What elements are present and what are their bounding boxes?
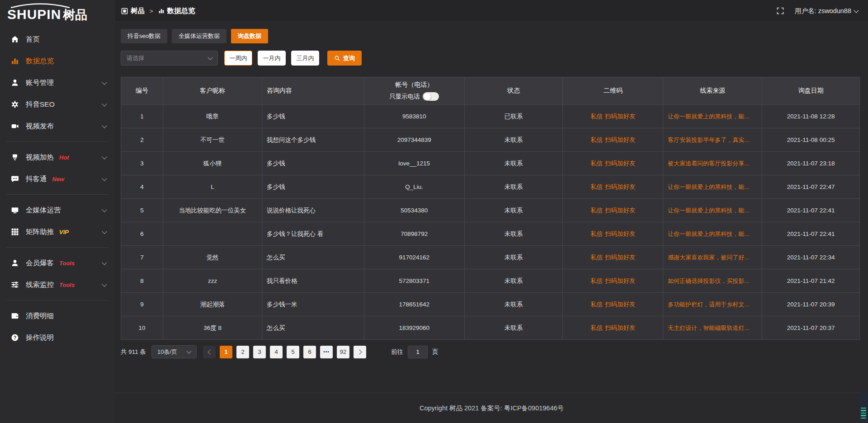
- source-link[interactable]: 让你一眼就爱上的黑科技，能...: [668, 183, 749, 190]
- sidebar-item-data-overview[interactable]: 数据总览: [0, 50, 115, 72]
- page-ellipsis-button[interactable]: •••: [320, 346, 333, 358]
- private-message-link[interactable]: 私信: [590, 136, 603, 143]
- scan-add-friend-link[interactable]: 扫码加好友: [605, 301, 636, 308]
- scan-add-friend-link[interactable]: 扫码加好友: [605, 136, 636, 143]
- private-message-link[interactable]: 私信: [590, 113, 603, 120]
- page-button-92[interactable]: 92: [337, 346, 349, 358]
- source-link[interactable]: 客厅安装投影半年多了，真实...: [668, 136, 749, 143]
- inquiry-table: 编号 客户昵称 咨询内容 帐号（电话） 只显示电话 状态 二维码 线索来源: [121, 77, 860, 340]
- fullscreen-icon[interactable]: [777, 7, 784, 14]
- search-button[interactable]: 查询: [327, 51, 362, 66]
- cell-account: 917024162: [364, 246, 464, 269]
- source-link[interactable]: 让你一眼就爱上的黑科技，能...: [668, 230, 749, 237]
- private-message-link[interactable]: 私信: [590, 160, 603, 167]
- sliders-icon: [11, 281, 19, 289]
- private-message-link[interactable]: 私信: [590, 207, 603, 214]
- range-button-2[interactable]: 三月内: [291, 51, 319, 66]
- cell-status: 未联系: [464, 269, 562, 293]
- widget-bar: [861, 410, 866, 411]
- page-button-5[interactable]: 5: [287, 346, 299, 358]
- sidebar-item-clue-monitor[interactable]: 线索监控Tools: [0, 274, 115, 296]
- table-header-row: 编号 客户昵称 咨询内容 帐号（电话） 只显示电话 状态 二维码 线索来源: [121, 77, 860, 105]
- pagination: 共 911 条 10条/页 123456•••92 前往 页: [121, 345, 860, 358]
- table-row: 7觉然怎么买917024162未联系私信扫码加好友感谢大家喜欢我家，被问了好..…: [121, 246, 860, 269]
- sidebar-item-douyin-seo[interactable]: 抖音SEO: [0, 94, 115, 115]
- floating-widget[interactable]: [859, 393, 868, 422]
- page-size-select[interactable]: 10条/页: [151, 345, 197, 358]
- sidebar-item-account-management[interactable]: 账号管理: [0, 72, 115, 94]
- chevron-down-icon: [102, 123, 107, 128]
- scan-add-friend-link[interactable]: 扫码加好友: [605, 254, 636, 261]
- sidebar-item-video-publish[interactable]: 视频发布: [0, 115, 115, 137]
- range-button-1[interactable]: 一月内: [258, 51, 286, 66]
- cell-qrcode: 私信扫码加好友: [563, 246, 663, 269]
- source-link[interactable]: 让你一眼就爱上的黑科技，能...: [668, 207, 749, 214]
- prev-page-button[interactable]: [203, 346, 216, 358]
- scan-add-friend-link[interactable]: 扫码加好友: [605, 207, 636, 214]
- sidebar-item-label: 抖音SEO: [26, 100, 55, 109]
- source-link[interactable]: 被大家追着问的客厅投影分享...: [668, 160, 749, 167]
- scan-add-friend-link[interactable]: 扫码加好友: [605, 324, 636, 331]
- tab-omnimedia-data[interactable]: 全媒体运营数据: [172, 29, 226, 43]
- chevron-down-icon[interactable]: [854, 8, 859, 13]
- breadcrumb-root[interactable]: 树品: [131, 6, 145, 16]
- sidebar-item-matrix-boost[interactable]: 矩阵助推VIP: [0, 221, 115, 243]
- goto-page-input[interactable]: [408, 346, 428, 358]
- scan-add-friend-link[interactable]: 扫码加好友: [605, 160, 636, 167]
- tab-douyin-seo-data[interactable]: 抖音seo数据: [121, 29, 167, 43]
- private-message-link[interactable]: 私信: [590, 301, 603, 308]
- next-page-button[interactable]: [354, 346, 366, 358]
- sidebar-item-douketong[interactable]: 抖客通New: [0, 168, 115, 190]
- source-link[interactable]: 无主灯设计，智能磁吸轨道灯...: [668, 324, 749, 331]
- source-link[interactable]: 多功能护栏灯，适用于乡村文...: [668, 301, 749, 308]
- private-message-link[interactable]: 私信: [590, 324, 603, 331]
- scan-add-friend-link[interactable]: 扫码加好友: [605, 113, 636, 120]
- scan-add-friend-link[interactable]: 扫码加好友: [605, 183, 636, 190]
- private-message-link[interactable]: 私信: [590, 254, 603, 261]
- tab-inquiry-data[interactable]: 询盘数据: [231, 29, 268, 43]
- sidebar-item-label: 数据总览: [26, 56, 54, 66]
- source-link[interactable]: 感谢大家喜欢我家，被问了好...: [668, 254, 749, 261]
- username[interactable]: 用户名: zswodun88: [795, 7, 851, 15]
- cell-status: 未联系: [464, 199, 562, 222]
- sidebar-item-consumption-detail[interactable]: 消费明细: [0, 305, 115, 327]
- col-account-phone: 帐号（电话） 只显示电话: [364, 77, 464, 105]
- scan-add-friend-link[interactable]: 扫码加好友: [605, 230, 636, 237]
- page-button-6[interactable]: 6: [303, 346, 316, 358]
- filter-select[interactable]: 请选择: [121, 51, 218, 66]
- cell-id: 6: [121, 222, 163, 246]
- filters: 请选择 一周内一月内三月内 查询: [121, 51, 860, 66]
- page-button-1[interactable]: 1: [220, 346, 232, 358]
- cell-account: 50534380: [364, 199, 464, 222]
- cell-qrcode: 私信扫码加好友: [563, 152, 663, 175]
- logo-text-cn: 树品: [63, 8, 87, 22]
- chevron-down-icon: [102, 229, 107, 234]
- sidebar-item-home[interactable]: 首页: [0, 28, 115, 50]
- sidebar-item-video-heating[interactable]: 视频加热Hot: [0, 146, 115, 168]
- cell-source: 让你一眼就爱上的黑科技，能...: [663, 199, 762, 222]
- col-date: 询盘日期: [762, 77, 860, 105]
- cell-date: 2021-11-07 22:41: [762, 199, 860, 222]
- source-link[interactable]: 如何正确选择投影仪，买投影...: [668, 277, 749, 284]
- private-message-link[interactable]: 私信: [590, 277, 603, 284]
- scan-add-friend-link[interactable]: 扫码加好友: [605, 277, 636, 284]
- range-button-0[interactable]: 一周内: [224, 51, 252, 66]
- matrix-boost-badge: VIP: [59, 229, 69, 235]
- cell-qrcode: 私信扫码加好友: [563, 269, 663, 293]
- date-range-buttons: 一周内一月内三月内: [224, 51, 319, 66]
- sidebar-item-operation-guide[interactable]: ?操作说明: [0, 327, 115, 348]
- page-button-4[interactable]: 4: [270, 346, 283, 358]
- cell-date: 2021-11-07 22:34: [762, 246, 860, 269]
- source-link[interactable]: 让你一眼就爱上的黑科技，能...: [668, 113, 749, 120]
- video-icon: [11, 122, 19, 130]
- private-message-link[interactable]: 私信: [590, 183, 603, 190]
- page-button-2[interactable]: 2: [236, 346, 249, 358]
- sidebar-item-member-baoke[interactable]: 会员爆客Tools: [0, 252, 115, 274]
- page-button-3[interactable]: 3: [253, 346, 266, 358]
- chevron-down-icon: [102, 80, 107, 85]
- phone-only-toggle[interactable]: [423, 92, 439, 101]
- sidebar-item-omnimedia-operation[interactable]: 全媒体运营: [0, 199, 115, 221]
- cell-qrcode: 私信扫码加好友: [563, 105, 663, 128]
- cell-content: 怎么买: [262, 246, 364, 269]
- private-message-link[interactable]: 私信: [590, 230, 603, 237]
